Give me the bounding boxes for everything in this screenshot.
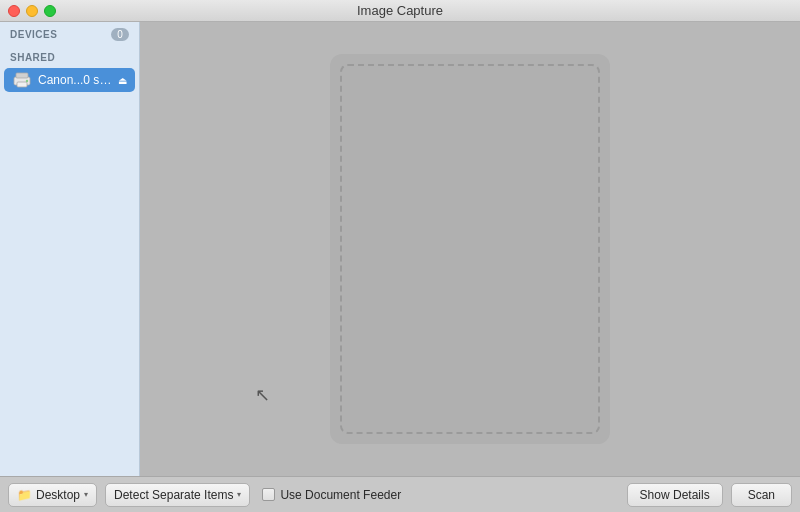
- window-title: Image Capture: [357, 3, 443, 18]
- folder-dropdown[interactable]: 📁 Desktop ▾: [8, 483, 97, 507]
- folder-arrow: ▾: [84, 490, 88, 499]
- scan-dashed-border: [340, 64, 600, 434]
- sidebar: DEVICES 0 SHARED Canon...0 series ⏏: [0, 22, 140, 476]
- scan-button[interactable]: Scan: [731, 483, 792, 507]
- scan-area: ↖: [140, 22, 800, 476]
- svg-point-3: [26, 80, 28, 82]
- main-content: DEVICES 0 SHARED Canon...0 series ⏏ ↖: [0, 22, 800, 476]
- eject-icon: ⏏: [118, 75, 127, 86]
- folder-label: Desktop: [36, 488, 80, 502]
- devices-section-header: DEVICES 0: [0, 22, 139, 45]
- cursor-indicator: ↖: [255, 384, 270, 406]
- detect-separate-items-dropdown[interactable]: Detect Separate Items ▾: [105, 483, 250, 507]
- close-button[interactable]: [8, 5, 20, 17]
- traffic-lights: [8, 5, 56, 17]
- show-details-button[interactable]: Show Details: [627, 483, 723, 507]
- minimize-button[interactable]: [26, 5, 38, 17]
- maximize-button[interactable]: [44, 5, 56, 17]
- shared-label: SHARED: [10, 52, 55, 63]
- detect-arrow: ▾: [237, 490, 241, 499]
- shared-section-header: SHARED: [0, 45, 139, 67]
- doc-feeder-group: Use Document Feeder: [262, 488, 401, 502]
- sidebar-item-label: Canon...0 series: [38, 73, 112, 87]
- scan-preview: [330, 54, 610, 444]
- svg-rect-1: [16, 73, 28, 78]
- devices-label: DEVICES: [10, 29, 57, 40]
- doc-feeder-checkbox[interactable]: [262, 488, 275, 501]
- svg-rect-2: [17, 82, 27, 87]
- title-bar: Image Capture: [0, 0, 800, 22]
- printer-icon: [12, 72, 32, 88]
- doc-feeder-label: Use Document Feeder: [280, 488, 401, 502]
- bottom-bar: 📁 Desktop ▾ Detect Separate Items ▾ Use …: [0, 476, 800, 512]
- scan-label: Scan: [748, 488, 775, 502]
- device-count-badge: 0: [111, 28, 129, 41]
- show-details-label: Show Details: [640, 488, 710, 502]
- detect-label: Detect Separate Items: [114, 488, 233, 502]
- folder-icon: 📁: [17, 488, 32, 502]
- sidebar-item-canon[interactable]: Canon...0 series ⏏: [4, 68, 135, 92]
